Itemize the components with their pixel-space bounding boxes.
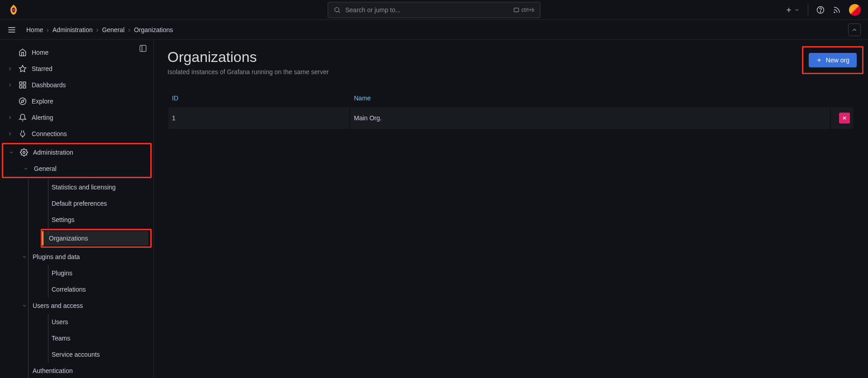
sidebar-item-default-prefs[interactable]: Default preferences: [0, 195, 153, 212]
main-content: Organizations Isolated instances of Graf…: [154, 40, 868, 378]
svg-point-24: [23, 151, 25, 154]
sidebar-item-label: Explore: [32, 98, 53, 105]
add-button[interactable]: [785, 6, 800, 14]
svg-line-2: [339, 11, 340, 13]
collapse-header-button[interactable]: [848, 24, 861, 36]
search-shortcut: ctrl+k: [513, 7, 534, 13]
svg-point-19: [19, 98, 26, 105]
sidebar: Home Starred Dashboards Explore Alerting…: [0, 40, 154, 378]
svg-rect-18: [19, 86, 22, 88]
svg-point-0: [12, 9, 14, 11]
star-icon: [18, 65, 27, 73]
cell-id: 1: [168, 107, 349, 129]
highlight-organizations: Organizations: [41, 229, 152, 248]
table-row[interactable]: 1 Main Org.: [168, 107, 854, 129]
table-header-name[interactable]: Name: [350, 90, 830, 106]
chevron-down-icon: [21, 303, 28, 308]
svg-point-7: [820, 11, 820, 12]
compass-icon: [18, 97, 27, 105]
tree-line: [48, 265, 48, 298]
sidebar-item-home[interactable]: Home: [0, 44, 153, 61]
sidebar-item-label: Organizations: [49, 235, 88, 242]
sidebar-item-users-access[interactable]: Users and access: [0, 298, 153, 314]
breadcrumb-admin[interactable]: Administration: [52, 26, 93, 33]
sidebar-item-authentication[interactable]: Authentication: [0, 363, 153, 378]
avatar[interactable]: [849, 4, 861, 16]
breadcrumb-current: Organizations: [134, 26, 173, 33]
organizations-table: ID Name 1 Main Org.: [167, 89, 854, 130]
topbar-divider: [808, 5, 808, 15]
bell-icon: [18, 113, 27, 122]
sidebar-item-administration[interactable]: Administration: [3, 144, 150, 161]
svg-rect-12: [140, 45, 146, 52]
sidebar-item-service-accounts[interactable]: Service accounts: [0, 346, 153, 363]
chevron-right-icon: [6, 131, 14, 137]
svg-point-1: [335, 7, 339, 11]
sidebar-item-label: Plugins and data: [33, 253, 80, 260]
sidebar-item-label: Users: [52, 318, 68, 326]
grafana-logo[interactable]: [7, 4, 20, 16]
chevron-right-icon: ›: [96, 26, 99, 33]
sidebar-item-connections[interactable]: Connections: [0, 126, 153, 142]
svg-rect-15: [19, 82, 22, 84]
chevron-right-icon: ›: [128, 26, 130, 33]
help-icon[interactable]: [816, 6, 825, 14]
plus-icon: [816, 57, 822, 63]
sidebar-item-general[interactable]: General: [3, 161, 150, 177]
undock-icon[interactable]: [139, 44, 147, 52]
sidebar-item-label: General: [34, 165, 57, 172]
new-org-button[interactable]: New org: [809, 53, 857, 67]
sidebar-item-users[interactable]: Users: [0, 314, 153, 330]
highlight-administration: Administration General: [2, 143, 152, 178]
sidebar-item-label: Plugins: [52, 269, 72, 277]
sidebar-item-label: Starred: [32, 65, 52, 72]
new-org-label: New org: [826, 57, 849, 64]
news-icon[interactable]: [833, 6, 841, 14]
top-bar: ctrl+k: [0, 0, 868, 20]
delete-org-button[interactable]: [839, 113, 850, 123]
cell-name: Main Org.: [350, 107, 830, 129]
dashboards-icon: [18, 81, 27, 89]
scrollbar[interactable]: [863, 61, 867, 377]
chevron-down-icon: [21, 254, 28, 260]
sidebar-item-dashboards[interactable]: Dashboards: [0, 77, 153, 93]
sidebar-item-label: Correlations: [52, 286, 86, 293]
sidebar-item-alerting[interactable]: Alerting: [0, 109, 153, 126]
sidebar-item-label: Dashboards: [32, 81, 66, 89]
sidebar-item-correlations[interactable]: Correlations: [0, 281, 153, 298]
tree-line: [48, 314, 48, 363]
page-title: Organizations: [167, 49, 854, 66]
chevron-right-icon: [6, 115, 14, 120]
sidebar-item-stats[interactable]: Statistics and licensing: [0, 179, 153, 195]
chevron-down-icon: [8, 150, 15, 155]
search-input[interactable]: [345, 6, 509, 14]
sidebar-item-label: Connections: [32, 130, 67, 137]
svg-marker-14: [19, 66, 26, 72]
sidebar-item-settings[interactable]: Settings: [0, 212, 153, 228]
menu-toggle-icon[interactable]: [7, 25, 16, 34]
table-header-id[interactable]: ID: [168, 90, 349, 106]
breadcrumb-home[interactable]: Home: [26, 26, 43, 33]
sidebar-item-label: Service accounts: [52, 351, 100, 358]
svg-marker-20: [21, 100, 24, 103]
breadcrumb-bar: Home › Administration › General › Organi…: [0, 20, 868, 40]
search-box[interactable]: ctrl+k: [328, 2, 540, 18]
chevron-right-icon: [6, 82, 14, 88]
chevron-right-icon: ›: [47, 26, 49, 33]
sidebar-item-explore[interactable]: Explore: [0, 93, 153, 109]
sidebar-item-label: Home: [32, 49, 48, 56]
sidebar-item-plugins-data[interactable]: Plugins and data: [0, 249, 153, 265]
sidebar-item-label: Users and access: [33, 302, 83, 309]
home-icon: [18, 48, 27, 57]
chevron-right-icon: [6, 66, 14, 71]
plug-icon: [18, 130, 27, 138]
breadcrumb-general[interactable]: General: [102, 26, 124, 33]
sidebar-item-teams[interactable]: Teams: [0, 330, 153, 346]
sidebar-item-organizations[interactable]: Organizations: [42, 231, 148, 246]
svg-rect-17: [24, 86, 26, 88]
sidebar-item-starred[interactable]: Starred: [0, 61, 153, 77]
sidebar-item-label: Authentication: [33, 367, 73, 374]
sidebar-item-label: Statistics and licensing: [52, 184, 116, 191]
sidebar-item-label: Alerting: [32, 114, 53, 121]
sidebar-item-plugins[interactable]: Plugins: [0, 265, 153, 281]
